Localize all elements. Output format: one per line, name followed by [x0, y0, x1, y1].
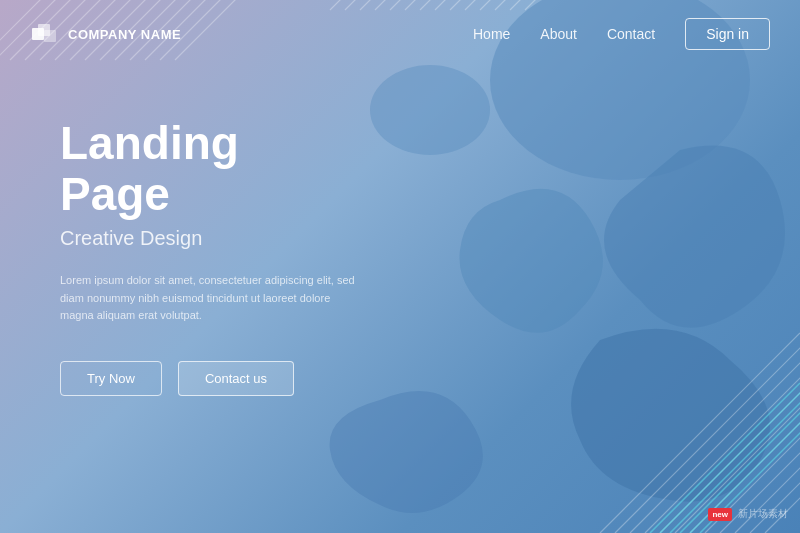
cube-icon — [30, 20, 58, 48]
svg-line-32 — [630, 333, 800, 533]
svg-line-41 — [765, 333, 800, 533]
svg-line-40 — [750, 333, 800, 533]
hero-title: Landing Page — [60, 118, 360, 219]
nav-link-about[interactable]: About — [540, 26, 577, 42]
svg-line-35 — [675, 333, 800, 533]
signin-button[interactable]: Sign in — [685, 18, 770, 50]
svg-line-36 — [690, 333, 800, 533]
hero-buttons: Try Now Contact us — [60, 361, 360, 396]
nav-link-home[interactable]: Home — [473, 26, 510, 42]
svg-line-33 — [645, 333, 800, 533]
svg-line-34 — [660, 333, 800, 533]
contact-us-button[interactable]: Contact us — [178, 361, 294, 396]
svg-line-30 — [600, 333, 800, 533]
nav-link-contact[interactable]: Contact — [607, 26, 655, 42]
hero-subtitle: Creative Design — [60, 227, 360, 250]
svg-line-37 — [705, 333, 800, 533]
watermark-badge: new — [708, 508, 732, 521]
svg-line-38 — [720, 333, 800, 533]
watermark: new 新片场素材 — [708, 507, 788, 521]
svg-line-39 — [735, 333, 800, 533]
watermark-text: 新片场素材 — [738, 507, 788, 521]
hero-section: Landing Page Creative Design Lorem ipsum… — [0, 68, 420, 446]
brand: COMPANY NAME — [30, 20, 181, 48]
svg-rect-50 — [44, 30, 56, 42]
try-now-button[interactable]: Try Now — [60, 361, 162, 396]
nav-links: Home About Contact Sign in — [473, 18, 770, 50]
hero-description: Lorem ipsum dolor sit amet, consectetuer… — [60, 272, 360, 325]
brand-name: COMPANY NAME — [68, 27, 181, 42]
svg-line-31 — [615, 333, 800, 533]
navbar: COMPANY NAME Home About Contact Sign in — [0, 0, 800, 68]
page-wrapper: COMPANY NAME Home About Contact Sign in … — [0, 0, 800, 533]
